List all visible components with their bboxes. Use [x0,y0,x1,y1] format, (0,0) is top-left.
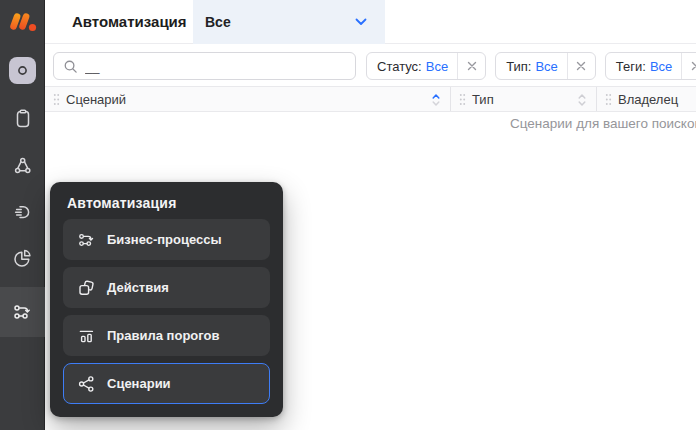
sidebar-item-stream[interactable] [0,198,45,226]
search-input[interactable] [85,54,355,78]
stream-icon [12,202,33,222]
table-header: Сценарий Тип [45,86,696,112]
filter-chips: Статус: Все Тип: Все Теги: Все [366,52,696,80]
business-process-icon [77,231,96,249]
workspace-button[interactable] [9,57,36,84]
filter-chip-tags[interactable]: Теги: Все [605,52,696,80]
sidebar-item-network[interactable] [0,152,45,180]
filter-chip-type[interactable]: Тип: Все [495,52,596,80]
menu-item-threshold-rules[interactable]: Правила порогов [63,315,270,356]
workspace-circle-icon [17,65,28,76]
column-label: Владелец [618,92,678,107]
close-icon[interactable] [567,53,595,79]
column-label: Сценарий [66,92,126,107]
automation-popup-menu: Автоматизация Бизнес-процессы Де [50,182,283,417]
menu-item-label: Бизнес-процессы [107,232,222,247]
automation-flow-icon [12,302,33,322]
scope-dropdown[interactable]: Все [193,0,385,44]
column-header-scenario[interactable]: Сценарий [45,87,450,111]
column-label: Тип [472,92,494,107]
empty-state-text: Сценарии для вашего поискового [510,116,696,131]
clipboard-icon [13,108,33,130]
sidebar-item-clipboard[interactable] [0,105,45,133]
chip-value: Все [426,59,448,74]
chip-value: Все [535,59,557,74]
pie-chart-icon [12,248,33,269]
menu-item-label: Действия [107,280,169,295]
filter-chip-status[interactable]: Статус: Все [366,52,486,80]
menu-item-actions[interactable]: Действия [63,267,270,308]
column-header-type[interactable]: Тип [450,87,596,111]
search-box[interactable] [53,52,356,80]
menu-item-label: Правила порогов [107,328,219,343]
scenarios-share-icon [77,375,96,393]
threshold-rules-icon [77,327,96,345]
sidebar [0,0,45,430]
app-window: Автоматизация Все Статус: Все [0,0,696,430]
drag-handle-icon[interactable] [53,93,60,106]
menu-item-scenarios[interactable]: Сценарии [63,363,270,404]
search-icon [63,59,78,74]
close-icon[interactable] [457,53,485,79]
sort-icon[interactable] [578,93,586,107]
app-logo-icon[interactable] [0,0,45,44]
header: Автоматизация Все [45,0,696,44]
chip-label: Теги: [616,59,646,74]
chip-label: Статус: [377,59,422,74]
scope-dropdown-value: Все [205,14,231,30]
drag-handle-icon[interactable] [605,93,612,106]
chip-label: Тип: [506,59,531,74]
chip-value: Все [650,59,672,74]
sort-asc-icon[interactable] [432,93,440,107]
popup-items: Бизнес-процессы Действия Правила порогов [63,219,270,404]
page-title: Автоматизация [72,0,187,44]
drag-handle-icon[interactable] [459,93,466,106]
column-header-owner[interactable]: Владелец [596,87,696,111]
sidebar-item-pie-chart[interactable] [0,244,45,272]
menu-item-business-processes[interactable]: Бизнес-процессы [63,219,270,260]
actions-icon [77,279,96,297]
popup-title: Автоматизация [67,195,177,211]
network-triangle-icon [12,156,33,176]
menu-item-label: Сценарии [107,376,171,391]
sidebar-item-automation[interactable] [0,298,45,326]
chevron-down-icon [355,18,367,26]
close-icon[interactable] [681,53,696,79]
